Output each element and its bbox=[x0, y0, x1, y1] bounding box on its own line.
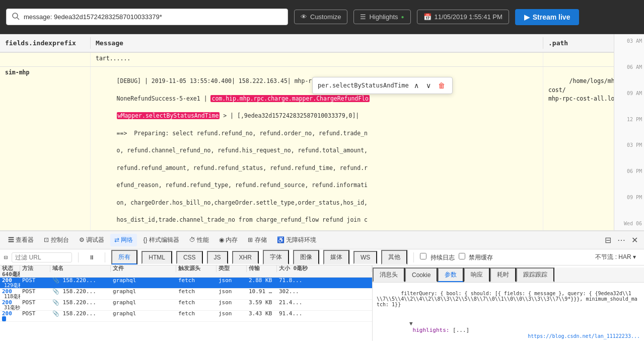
svg-line-1 bbox=[17, 18, 19, 20]
top-bar: 👁 Customize ☰ Highlights ● 📅 11/05/2019 … bbox=[0, 0, 644, 34]
resp-filter-query: filterQuery: { bool: { should: [{ fields… bbox=[373, 285, 644, 313]
net-timeline bbox=[0, 316, 20, 321]
expand-highlights[interactable]: ▼ bbox=[409, 320, 413, 327]
devtools-inspector-btn[interactable]: ☰ 查看器 bbox=[4, 234, 38, 246]
pause-btn[interactable]: ⏸ bbox=[85, 252, 99, 263]
net-row[interactable]: 200 POST 📎 158.220... graphql fetch json… bbox=[0, 289, 372, 300]
resp-tab-headers[interactable]: 消息头 bbox=[373, 268, 405, 282]
tab-font[interactable]: 字体 bbox=[263, 250, 289, 264]
persist-log-text: 持续日志 bbox=[431, 254, 455, 261]
net-file: graphql bbox=[111, 310, 176, 317]
net-transfer: 2.88 KB bbox=[247, 277, 277, 284]
devtools-a11y-btn[interactable]: ♿ 无障碍环境 bbox=[273, 234, 320, 246]
log-cell-path: /home/logs/mhp-rpc-cost/mhp-rpc-cost-all… bbox=[543, 67, 644, 230]
log-row[interactable]: tart...... bbox=[0, 53, 644, 67]
net-row[interactable]: 200 POST 📎 158.220... graphql fetch json… bbox=[0, 311, 372, 322]
har-dropdown-btn[interactable]: 不节流 : HAR ▾ bbox=[591, 251, 640, 263]
highlights-active-dot: ● bbox=[401, 14, 404, 20]
resp-tab-response[interactable]: 响应 bbox=[464, 268, 490, 282]
tab-css[interactable]: CSS bbox=[176, 251, 203, 264]
highlights-icon: ☰ bbox=[360, 13, 366, 21]
network-label: 网络 bbox=[121, 236, 133, 243]
customize-label: Customize bbox=[310, 13, 341, 21]
highlight-mapper: com.hip.mhp.rpc.charge.mapper.ChargeRefu… bbox=[210, 95, 370, 102]
style-label: 样式编辑器 bbox=[149, 236, 179, 243]
devtools-style-btn[interactable]: {} 样式编辑器 bbox=[139, 234, 183, 246]
devtools-close-btn[interactable]: ✕ bbox=[629, 233, 640, 247]
net-size: 302... bbox=[277, 288, 372, 295]
highlight-method: wMapper.selectByStatusAndTime bbox=[117, 112, 220, 119]
disable-cache-label[interactable]: 禁用缓存 bbox=[459, 253, 493, 262]
tab-ws[interactable]: WS bbox=[353, 251, 377, 264]
style-icon: {} bbox=[143, 236, 147, 243]
devtools-network-btn[interactable]: ⇄ 网络 bbox=[110, 234, 137, 246]
devtools-console-btn[interactable]: ⊡ 控制台 bbox=[40, 234, 73, 246]
resp-tab-params[interactable]: 参数 bbox=[438, 268, 464, 282]
resp-tab-trace[interactable]: 跟踪跟踪 bbox=[516, 268, 554, 282]
highlights-button[interactable]: ☰ Highlights ● bbox=[353, 10, 410, 24]
net-domain: 📎 158.220... bbox=[50, 299, 111, 306]
net-size: 21.4... bbox=[277, 299, 372, 306]
devtools-debugger-btn[interactable]: ⚙ 调试器 bbox=[75, 234, 108, 246]
net-trigger: fetch bbox=[176, 277, 217, 284]
popup-next-button[interactable]: ∨ bbox=[424, 80, 433, 91]
filter-bar: ⊟ ⏸ 所有 HTML CSS JS XHR 字体 图像 媒体 WS 其他 持续… bbox=[0, 249, 644, 265]
net-transfer: 3.59 KB bbox=[247, 299, 277, 306]
popup-delete-button[interactable]: 🗑 bbox=[436, 80, 447, 91]
net-row[interactable]: 200 POST 📎 158.220... graphql fetch json… bbox=[0, 300, 372, 311]
filter-icon: ⊟ bbox=[4, 254, 8, 261]
resp-tab-cookie[interactable]: Cookie bbox=[405, 268, 438, 282]
tab-other[interactable]: 其他 bbox=[381, 250, 407, 264]
col-type: 类型 bbox=[217, 265, 247, 272]
net-type: json bbox=[217, 277, 247, 284]
tab-js[interactable]: JS bbox=[207, 251, 228, 264]
col-transfer: 传输 bbox=[247, 265, 277, 272]
log-cell-message: tart...... bbox=[91, 53, 543, 66]
persist-log-checkbox[interactable] bbox=[420, 253, 426, 259]
net-type: json bbox=[217, 310, 247, 317]
net-header-row: 状态 方法 域名 文件 触发源头 类型 传输 大小 0毫秒 640毫秒 bbox=[0, 265, 372, 278]
devtools-memory-btn[interactable]: ◉ 内存 bbox=[215, 234, 242, 246]
inspector-label: 查看器 bbox=[16, 236, 34, 243]
devtools-storage-btn[interactable]: ⊞ 存储 bbox=[244, 234, 270, 246]
customize-button[interactable]: 👁 Customize bbox=[294, 10, 347, 24]
log-cell-prefix: sim-mhp bbox=[0, 67, 91, 230]
devtools-dock-btn[interactable]: ⊟ bbox=[603, 233, 613, 247]
col-domain: 域名 bbox=[50, 265, 111, 272]
eye-icon: 👁 bbox=[301, 13, 307, 21]
tab-media[interactable]: 媒体 bbox=[323, 250, 349, 264]
memory-label: 内存 bbox=[226, 236, 238, 243]
popup-prev-button[interactable]: ∧ bbox=[412, 80, 421, 91]
datetime-button[interactable]: 📅 11/05/2019 1:55:41 PM bbox=[417, 10, 509, 24]
popup-text: per.selectByStatusAndTime bbox=[318, 82, 409, 89]
tab-html[interactable]: HTML bbox=[141, 251, 172, 264]
a11y-icon: ♿ bbox=[277, 236, 284, 243]
url-filter-input[interactable] bbox=[12, 252, 72, 262]
a11y-label: 无障碍环境 bbox=[286, 236, 316, 243]
persist-log-label[interactable]: 持续日志 bbox=[420, 253, 454, 262]
resp-value: [...] bbox=[453, 327, 469, 333]
tab-all[interactable]: 所有 bbox=[111, 250, 137, 264]
bottom-content: 状态 方法 域名 文件 触发源头 类型 传输 大小 0毫秒 640毫秒 200 … bbox=[0, 265, 644, 341]
devtools-perf-btn[interactable]: ⏱ 性能 bbox=[185, 234, 213, 246]
resp-item-0[interactable]: ▼ 0: {...} bbox=[373, 340, 644, 341]
network-list[interactable]: 状态 方法 域名 文件 触发源头 类型 传输 大小 0毫秒 640毫秒 200 … bbox=[0, 265, 373, 341]
devtools-panel: ☰ 查看器 ⊡ 控制台 ⚙ 调试器 ⇄ 网络 {} 样式编辑器 ⏱ 性能 ◉ 内… bbox=[0, 230, 644, 355]
bottom-hint[interactable]: https://blog.csdn.net/lan_11122233... bbox=[528, 333, 640, 339]
search-input[interactable] bbox=[24, 13, 282, 21]
disable-cache-checkbox[interactable] bbox=[459, 253, 465, 259]
stream-live-button[interactable]: ▶ Stream live bbox=[515, 9, 580, 25]
net-trigger: fetch bbox=[176, 299, 217, 306]
divider bbox=[413, 252, 414, 262]
log-cell-prefix bbox=[0, 53, 91, 66]
tab-xhr[interactable]: XHR bbox=[232, 251, 259, 264]
tab-image[interactable]: 图像 bbox=[293, 250, 319, 264]
highlight-popup: per.selectByStatusAndTime ∧ ∨ 🗑 bbox=[312, 77, 453, 94]
net-row[interactable]: 200 POST 📎 158.220... graphql fetch json… bbox=[0, 278, 372, 289]
expand-icon[interactable]: ⤢ bbox=[632, 103, 638, 114]
resp-tab-time[interactable]: 耗时 bbox=[490, 268, 516, 282]
devtools-more-btn[interactable]: ⋯ bbox=[615, 233, 627, 247]
log-table-header: fields.indexprefix Message .path bbox=[0, 34, 644, 53]
col-method: 方法 bbox=[20, 265, 50, 272]
search-box[interactable] bbox=[6, 9, 288, 25]
